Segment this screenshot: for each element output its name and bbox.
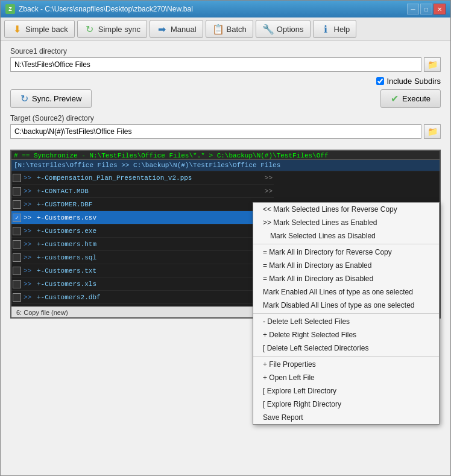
context-menu-separator bbox=[253, 356, 439, 357]
file-checkbox[interactable] bbox=[13, 253, 21, 262]
help-button[interactable]: ℹ Help bbox=[313, 20, 357, 38]
context-menu-item-mark-disabled-type[interactable]: Mark Disabled All Lines of type as one s… bbox=[253, 299, 439, 312]
execute-button[interactable]: ✔ Execute bbox=[380, 89, 441, 108]
file-checkbox[interactable] bbox=[13, 293, 21, 302]
context-menu-item-file-properties[interactable]: + File Properties bbox=[253, 358, 439, 371]
file-row[interactable]: ✓>>+-Customers.csv>> bbox=[11, 211, 274, 224]
context-menu-item-mark-enabled[interactable]: >> Mark Selected Lines as Enabled bbox=[253, 216, 439, 229]
file-name: +-Customers.exe bbox=[37, 227, 262, 235]
source1-label: Source1 directory bbox=[10, 47, 441, 56]
manual-button[interactable]: ➡ Manual bbox=[150, 20, 203, 38]
file-status: >> bbox=[265, 188, 273, 195]
context-menu-separator bbox=[253, 244, 439, 244]
minimize-button[interactable]: ─ bbox=[407, 4, 419, 14]
options-label: Options bbox=[277, 25, 304, 34]
file-arrow: >> bbox=[24, 188, 34, 195]
context-menu-separator bbox=[253, 313, 439, 314]
title-controls: ─ □ ✕ bbox=[407, 4, 446, 14]
target-group: Target (Source2) directory 📁 bbox=[10, 114, 441, 139]
panel-area: # == Synchronize - N:\TestFiles\Office F… bbox=[10, 150, 441, 319]
action-row: ↻ Sync. Preview ✔ Execute bbox=[10, 89, 441, 108]
context-menu-item-explore-left[interactable]: [ Explore Left Directory bbox=[253, 384, 439, 398]
file-row[interactable]: >>+-CONTACT.MDB>> bbox=[11, 185, 274, 198]
context-menu-item-mark-all-disabled[interactable]: = Mark All in Directory as Disabled bbox=[253, 272, 439, 285]
file-checkbox[interactable] bbox=[13, 267, 21, 275]
file-checkbox[interactable] bbox=[13, 174, 21, 182]
sync-preview-icon: ↻ bbox=[20, 93, 28, 104]
window-title: Zback - C:\Users\snapfiles\Desktop\zback… bbox=[19, 5, 193, 13]
file-name: +-Customers.xls bbox=[37, 281, 262, 288]
include-subdirs-checkbox[interactable] bbox=[376, 77, 384, 85]
file-arrow: >> bbox=[24, 294, 34, 301]
file-row[interactable]: >>+-Compensation_Plan_Presentation_v2.pp… bbox=[11, 171, 274, 185]
manual-label: Manual bbox=[171, 25, 197, 34]
file-name: +-CONTACT.MDB bbox=[37, 188, 262, 195]
context-menu-item-delete-right[interactable]: + Delete Right Selected Files bbox=[253, 328, 439, 341]
include-subdirs-label: Include Subdirs bbox=[386, 77, 441, 86]
help-icon: ℹ bbox=[320, 23, 332, 35]
include-subdirs-row: Include Subdirs bbox=[10, 77, 441, 86]
sync-preview-button[interactable]: ↻ Sync. Preview bbox=[10, 89, 92, 108]
main-window: Z Zback - C:\Users\snapfiles\Desktop\zba… bbox=[0, 0, 451, 476]
file-checkbox[interactable] bbox=[13, 240, 21, 249]
target-browse-button[interactable]: 📁 bbox=[424, 124, 441, 139]
file-status: >> bbox=[265, 174, 273, 182]
context-menu-item-open-left[interactable]: + Open Left File bbox=[253, 371, 439, 384]
simple-back-icon: ⬇ bbox=[11, 23, 23, 35]
file-name: +-Compensation_Plan_Presentation_v2.pps bbox=[37, 174, 262, 182]
toolbar: ⬇ Simple back ↻ Simple sync ➡ Manual 📋 B… bbox=[1, 17, 450, 41]
execute-icon: ✔ bbox=[391, 93, 399, 104]
panel-header: # == Synchronize - N:\TestFiles\Office F… bbox=[11, 151, 440, 160]
file-arrow: >> bbox=[24, 214, 34, 221]
context-menu-item-explore-right[interactable]: [ Explore Right Directory bbox=[253, 398, 439, 411]
source1-browse-button[interactable]: 📁 bbox=[424, 57, 441, 72]
close-button[interactable]: ✕ bbox=[434, 4, 446, 14]
source1-group: Source1 directory 📁 bbox=[10, 47, 441, 72]
simple-sync-button[interactable]: ↻ Simple sync bbox=[77, 20, 147, 38]
file-row[interactable]: >>+-CUSTOMER.DBF>> bbox=[11, 198, 274, 211]
file-row[interactable]: >>+-Customers.xls>> bbox=[11, 278, 274, 291]
status-text: 6: Copy file (new) bbox=[16, 309, 68, 316]
file-row[interactable]: >>+-Customers.txt>> bbox=[11, 264, 274, 278]
context-menu-item-mark-disabled[interactable]: Mark Selected Lines as Disabled bbox=[253, 229, 439, 243]
context-menu-item-mark-all-reverse[interactable]: = Mark All in Directory for Reverse Copy bbox=[253, 246, 439, 259]
manual-icon: ➡ bbox=[156, 23, 168, 35]
context-menu-item-save-report[interactable]: Save Report bbox=[253, 411, 439, 424]
file-row[interactable]: >>+-customers.sql>> bbox=[11, 251, 274, 264]
file-name: +-customers.htm bbox=[37, 241, 262, 248]
context-menu-item-mark-all-enabled[interactable]: = Mark All in Directory as Enabled bbox=[253, 259, 439, 272]
context-menu-item-mark-reverse[interactable]: << Mark Selected Lines for Reverse Copy bbox=[253, 203, 439, 216]
context-menu-item-mark-enabled-type[interactable]: Mark Enabled All Lines of type as one se… bbox=[253, 285, 439, 299]
file-checkbox[interactable] bbox=[13, 227, 21, 235]
options-button[interactable]: 🔧 Options bbox=[256, 20, 311, 38]
file-row[interactable]: >>+-customers.htm>> bbox=[11, 238, 274, 251]
simple-sync-icon: ↻ bbox=[84, 23, 96, 35]
file-checkbox[interactable] bbox=[13, 280, 21, 288]
file-list[interactable]: >>+-Compensation_Plan_Presentation_v2.pp… bbox=[11, 171, 274, 306]
app-icon: Z bbox=[5, 4, 15, 14]
simple-back-label: Simple back bbox=[25, 25, 68, 34]
target-input[interactable] bbox=[10, 124, 421, 139]
file-checkbox[interactable]: ✓ bbox=[13, 214, 21, 222]
target-row: 📁 bbox=[10, 124, 441, 139]
file-checkbox[interactable] bbox=[13, 187, 21, 195]
file-arrow: >> bbox=[24, 201, 34, 208]
context-menu-item-delete-left[interactable]: - Delete Left Selected Files bbox=[253, 315, 439, 328]
sync-preview-label: Sync. Preview bbox=[32, 94, 81, 103]
execute-label: Execute bbox=[402, 94, 430, 103]
file-name: +-Customers.txt bbox=[37, 267, 262, 274]
context-menu-item-delete-left-dir[interactable]: [ Delete Left Selected Directories bbox=[253, 341, 439, 355]
target-label: Target (Source2) directory bbox=[10, 114, 441, 122]
source1-input[interactable] bbox=[10, 57, 421, 72]
file-checkbox[interactable] bbox=[13, 200, 21, 209]
file-arrow: >> bbox=[24, 241, 34, 248]
source1-row: 📁 bbox=[10, 57, 441, 72]
batch-button[interactable]: 📋 Batch bbox=[206, 20, 253, 38]
simple-back-button[interactable]: ⬇ Simple back bbox=[4, 20, 75, 38]
main-content: Source1 directory 📁 Include Subdirs ↻ Sy… bbox=[1, 41, 450, 150]
file-row[interactable]: >>+-Customers.exe>> bbox=[11, 224, 274, 238]
file-row[interactable]: >>+-Customers2.dbf>> bbox=[11, 291, 274, 304]
help-label: Help bbox=[334, 25, 350, 34]
title-bar-left: Z Zback - C:\Users\snapfiles\Desktop\zba… bbox=[5, 4, 193, 14]
maximize-button[interactable]: □ bbox=[420, 4, 432, 14]
